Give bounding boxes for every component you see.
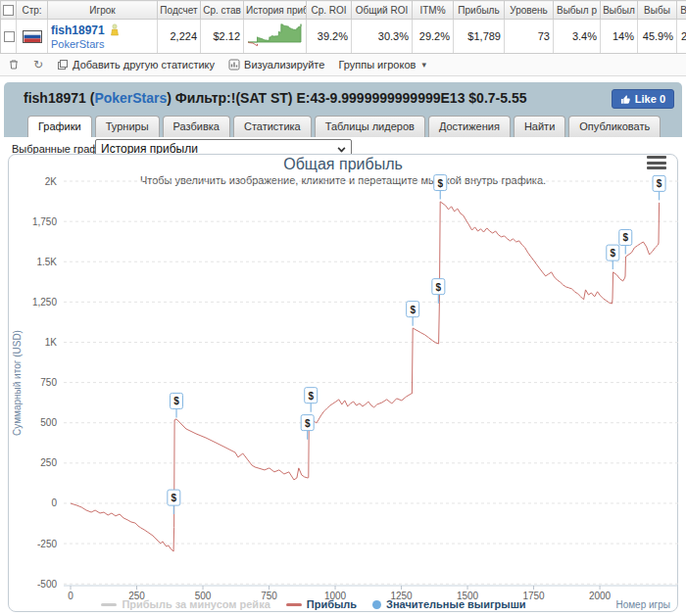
svg-text:500: 500 (40, 417, 57, 428)
significant-win-marker[interactable]: $ (432, 279, 445, 304)
svg-text:$: $ (172, 493, 177, 503)
significant-win-marker[interactable]: $ (653, 175, 665, 200)
significant-win-marker[interactable]: $ (619, 229, 632, 254)
svg-text:$: $ (436, 282, 442, 293)
svg-text:1,750: 1,750 (32, 216, 57, 227)
svg-text:$: $ (657, 178, 662, 189)
svg-text:$: $ (437, 178, 443, 189)
svg-text:$: $ (173, 396, 179, 406)
sharkscope-player-page: Стр:ИгрокПодсчетСр. ставИстория прибСр. … (0, 0, 686, 616)
legend-item-0[interactable]: Прибыль за минусом рейка (101, 598, 270, 610)
svg-text:-250: -250 (37, 539, 57, 549)
legend-label-1: Прибыль (307, 598, 357, 610)
svg-text:$: $ (308, 391, 314, 402)
significant-win-marker[interactable]: $ (607, 245, 619, 269)
legend-label-0: Прибыль за минусом рейка (122, 598, 270, 610)
profit-chart-plot[interactable]: -500-25002505007501K1,2501.5K1,7502K0250… (0, 0, 686, 616)
significant-win-marker[interactable]: $ (407, 302, 419, 326)
x-axis-title: Номер игры (615, 599, 670, 610)
legend-item-1[interactable]: Прибыль (286, 598, 357, 610)
significant-win-marker[interactable]: $ (171, 393, 183, 417)
legend-item-2[interactable]: Значительные выигрыши (372, 598, 526, 610)
significant-win-marker[interactable]: $ (434, 175, 447, 200)
legend-line-icon (286, 603, 302, 606)
svg-text:750: 750 (40, 377, 57, 388)
svg-text:$: $ (305, 418, 311, 429)
svg-text:2K: 2K (45, 176, 58, 187)
svg-text:1.5K: 1.5K (36, 257, 57, 267)
svg-text:$: $ (611, 248, 616, 259)
svg-text:1K: 1K (45, 337, 58, 348)
svg-text:250: 250 (40, 457, 57, 468)
svg-text:$: $ (410, 305, 416, 315)
legend-line-icon (101, 603, 117, 606)
svg-text:0: 0 (51, 498, 57, 508)
significant-win-marker[interactable]: $ (301, 415, 314, 440)
significant-win-marker[interactable]: $ (168, 490, 180, 514)
chart-legend: Прибыль за минусом рейкаПрибыльЗначитель… (0, 598, 627, 610)
svg-text:$: $ (622, 232, 628, 243)
svg-text:Суммарный итог (USD): Суммарный итог (USD) (12, 330, 23, 436)
svg-text:-500: -500 (37, 579, 57, 590)
legend-dot-icon (372, 600, 381, 609)
significant-win-marker[interactable]: $ (305, 388, 318, 412)
svg-text:1,250: 1,250 (32, 297, 57, 308)
legend-label-2: Значительные выигрыши (386, 598, 526, 610)
